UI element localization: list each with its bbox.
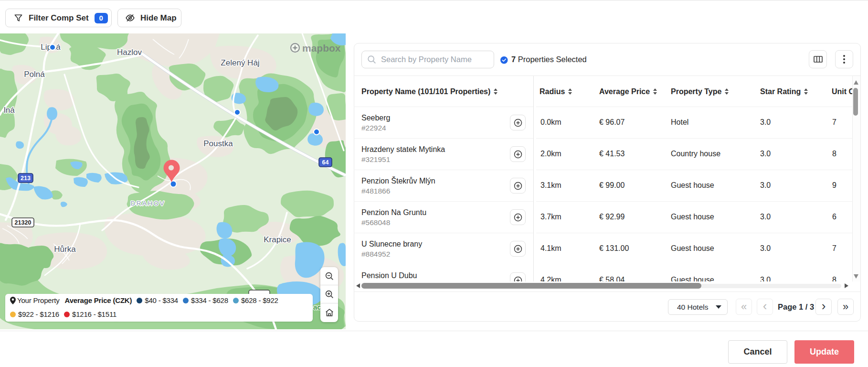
svg-text:21320: 21320 <box>15 219 32 226</box>
svg-text:Krapice: Krapice <box>264 235 291 244</box>
svg-text:Zelený Háj: Zelený Háj <box>221 58 259 67</box>
svg-text:Hůrka: Hůrka <box>54 245 76 254</box>
svg-text:mapbox: mapbox <box>302 43 341 54</box>
svg-text:Poustka: Poustka <box>203 139 233 148</box>
svg-text:64: 64 <box>322 159 329 166</box>
svg-text:Hazlov: Hazlov <box>117 48 142 57</box>
svg-text:DRAHOV: DRAHOV <box>131 200 166 207</box>
svg-text:Polná: Polná <box>24 70 45 79</box>
svg-text:213: 213 <box>21 175 31 182</box>
svg-text:lná: lná <box>4 106 15 115</box>
